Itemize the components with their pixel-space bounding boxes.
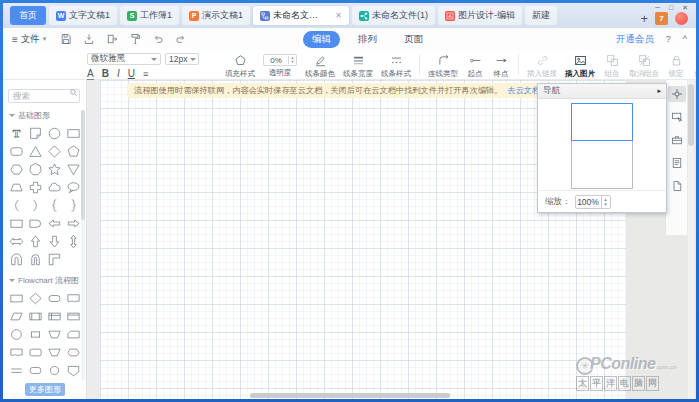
mode-tab[interactable]: 排列 (349, 31, 386, 48)
shape-text[interactable]: T (7, 124, 26, 142)
mode-tab[interactable]: 页面 (395, 31, 432, 48)
shape-arrow-left[interactable] (45, 214, 64, 232)
shape-process[interactable] (7, 289, 26, 307)
go-to-cloud-link[interactable]: 去云文档 (507, 85, 540, 96)
maximize-button[interactable]: □ (669, 4, 673, 12)
shape-connector[interactable] (7, 325, 26, 343)
redo-icon[interactable] (175, 33, 187, 45)
mode-tab[interactable]: 编辑 (303, 31, 340, 48)
pin-icon[interactable]: ▸ (657, 87, 661, 95)
shape-alternate-process[interactable] (26, 343, 45, 361)
start-point-button[interactable]: 起点 (462, 50, 488, 79)
shape-rounded-process[interactable] (26, 361, 45, 379)
navigation-icon[interactable] (668, 86, 686, 102)
import-icon[interactable] (83, 33, 95, 45)
shape-manual-operation[interactable] (45, 325, 64, 343)
navigator-preview[interactable] (571, 103, 633, 189)
end-point-button[interactable]: 终点 (488, 50, 514, 79)
help-icon[interactable]: ? (666, 34, 671, 44)
more-shapes-button[interactable]: 更多图形 (25, 383, 65, 396)
shape-star[interactable] (45, 160, 64, 178)
font-family-select[interactable]: 微软雅黑 (87, 53, 161, 65)
fill-button[interactable]: 填充样式 (221, 50, 259, 79)
undo-icon[interactable] (152, 33, 164, 45)
shape-paren-right[interactable] (26, 196, 45, 214)
shape-rounded-rectangle[interactable] (7, 142, 26, 160)
shape-decision[interactable] (26, 289, 45, 307)
shape-circle-connector[interactable] (45, 361, 64, 379)
format-painter-icon[interactable] (129, 33, 141, 45)
text-style-≡[interactable]: ≡ (143, 69, 148, 79)
shape-trapezoid[interactable] (7, 178, 26, 196)
navigator-viewport[interactable] (571, 103, 633, 141)
user-avatar[interactable] (675, 12, 688, 25)
doc-lines-icon[interactable] (668, 155, 686, 171)
shape-inverted-trapezoid[interactable] (45, 343, 64, 361)
minimize-button[interactable]: ─ (655, 4, 660, 12)
notification-badge[interactable]: 7 (655, 12, 668, 25)
line-style-button[interactable]: 线条样式 (377, 50, 415, 79)
shape-cross[interactable] (26, 178, 45, 196)
font-size-select[interactable]: 12px (165, 53, 199, 65)
line-color-button[interactable]: 线条颜色 (301, 50, 339, 79)
toolbox-icon[interactable] (668, 132, 686, 148)
shape-brace-left[interactable] (45, 196, 64, 214)
sidebar-scrollbar[interactable] (81, 110, 85, 380)
section-header[interactable]: 基础图形 (9, 110, 86, 121)
shape-sticky-note[interactable] (26, 124, 45, 142)
collapse-ribbon-icon[interactable]: ^ (683, 34, 687, 44)
horizontal-scrollbar[interactable] (250, 393, 450, 398)
home-tab[interactable]: 首页 (10, 6, 46, 25)
opacity-stepper[interactable]: 0%▲▼ (263, 54, 297, 66)
zoom-spinner-arrows[interactable]: ▲▼ (601, 196, 610, 208)
shape-heptagon[interactable] (26, 160, 45, 178)
shape-cloud[interactable] (45, 178, 64, 196)
shape-data[interactable] (7, 307, 26, 325)
document-tab[interactable]: W文字文稿1 (49, 6, 117, 25)
shape-half-round[interactable] (26, 214, 45, 232)
export-icon[interactable] (106, 33, 118, 45)
connector-button[interactable]: 连线类型 (424, 50, 462, 79)
document-tab[interactable]: S工作簿1 (120, 6, 179, 25)
vertical-scrollbar[interactable] (688, 80, 694, 399)
document-tab[interactable]: 新建 (525, 6, 557, 25)
save-icon[interactable] (60, 33, 72, 45)
shape-hexagon[interactable] (7, 160, 26, 178)
shape-plain-card[interactable] (7, 214, 26, 232)
file-menu[interactable]: ≡ 文件 ▾ (12, 33, 46, 46)
tab-close-icon[interactable]: ✕ (335, 11, 342, 20)
shape-arch-narrow[interactable] (26, 250, 45, 268)
member-link[interactable]: 开通会员 (616, 33, 654, 46)
shape-ellipse[interactable] (45, 124, 64, 142)
section-header[interactable]: Flowchart 流程图 (9, 275, 86, 286)
close-button[interactable]: ✕ (682, 4, 688, 12)
line-width-button[interactable]: 线条宽度 (339, 50, 377, 79)
document-tab[interactable]: 未命名文件(1) (352, 6, 435, 25)
shape-predefined-process[interactable] (26, 307, 45, 325)
shape-arrow-up[interactable] (26, 232, 45, 250)
text-style-u[interactable]: U (128, 68, 135, 79)
opacity-button[interactable]: 0%▲▼透明度 (259, 50, 301, 79)
shape-triangle[interactable] (26, 142, 45, 160)
blank-page-icon[interactable] (668, 178, 686, 194)
image-button[interactable]: 插入图片 (561, 50, 599, 79)
shape-arrow-down[interactable] (45, 232, 64, 250)
shape-diamond[interactable] (45, 142, 64, 160)
document-tab[interactable]: 未命名文件(3)✕ (253, 6, 349, 25)
document-tab[interactable]: P演示文稿1 (182, 6, 250, 25)
zoom-stepper[interactable]: 100% ▲▼ (575, 195, 611, 209)
shape-arrow-double[interactable] (7, 232, 26, 250)
shape-divider[interactable] (7, 361, 26, 379)
shape-terminator[interactable] (45, 289, 64, 307)
shape-internal-storage[interactable] (45, 307, 64, 325)
shape-multi-document[interactable] (7, 343, 26, 361)
new-tab-button[interactable]: + (640, 13, 648, 25)
shape-arch[interactable] (7, 250, 26, 268)
shape-corner[interactable] (45, 250, 64, 268)
text-style-i[interactable]: I (117, 68, 120, 79)
text-style-b[interactable]: B (102, 68, 109, 79)
shape-paren-left[interactable] (7, 196, 26, 214)
document-tab[interactable]: 图片设计-编辑 (438, 6, 522, 25)
shape-process-small[interactable] (26, 325, 45, 343)
pointer-panel-icon[interactable] (668, 109, 686, 125)
